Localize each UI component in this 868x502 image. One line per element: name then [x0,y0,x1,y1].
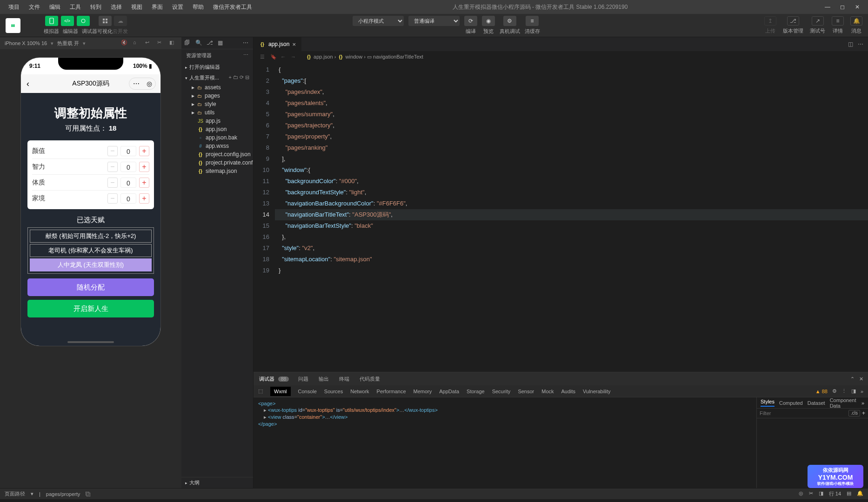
tab-debugger[interactable]: 调试器 [258,373,275,385]
cls-button[interactable]: .cls [848,410,860,416]
filter-input[interactable] [760,410,848,416]
menu-ui[interactable]: 界面 [147,1,167,13]
more-icon[interactable]: ⋯ [243,52,248,59]
outline-section[interactable]: 大纲 [181,477,253,488]
scissors-icon[interactable]: ✂ [809,490,813,497]
split-icon[interactable]: ◫ [848,41,853,47]
inspect-icon[interactable]: ⬚ [258,388,263,394]
cut-icon[interactable]: ✂ [157,40,165,47]
folder-assets[interactable]: ▸🗀assets [183,83,253,92]
dom-tree[interactable]: <page> ▸ <wux-toptips id="wux-toptips" i… [254,397,756,488]
tb-real[interactable]: ⚙真机调试 [500,16,520,35]
more-icon[interactable]: ⋯ [243,40,250,47]
close-icon[interactable]: × [292,41,296,48]
cursor-position[interactable]: 行 14 [829,490,841,497]
tb-detail[interactable]: ≡详情 [832,16,844,34]
prop-value[interactable]: 0 [120,162,136,172]
prop-value[interactable]: 0 [120,178,136,188]
files-icon[interactable]: 🗐 [184,40,192,47]
plus-button[interactable]: + [139,146,149,156]
mute-icon[interactable]: 🔇 [121,40,128,47]
tab-performance[interactable]: Performance [377,389,406,394]
plus-button[interactable]: + [139,178,149,188]
maximize-button[interactable]: ◻ [838,3,847,11]
minus-button[interactable]: − [107,146,118,156]
mode-select[interactable]: 小程序模式 [353,16,404,26]
folder-style[interactable]: ▸🗀style [183,100,253,108]
back-icon[interactable]: ↩ [145,40,153,47]
tab-console[interactable]: Console [298,389,317,394]
talent-item-0[interactable]: 献祭 (初始可用属性点-2，快乐+2) [30,230,152,243]
tb-simulator[interactable]: </> 模拟器编辑器调试器 [44,16,97,35]
file-app-js[interactable]: JSapp.js [183,117,253,125]
tb-test[interactable]: ↗测试号 [810,16,825,34]
ext-icon[interactable]: ▦ [218,40,225,47]
reload-toggle[interactable]: 热重载 开 [57,40,79,47]
menu-goto[interactable]: 转到 [86,1,106,13]
branch-icon[interactable]: ⎇ [207,40,214,47]
bell-icon[interactable]: 🔔 [857,490,863,497]
device-select[interactable]: iPhone X 100% 16 [5,40,47,46]
random-button[interactable]: 随机分配 [27,278,154,296]
layout-icon[interactable]: ▤ [847,490,851,497]
minimize-button[interactable]: — [823,3,832,11]
talent-item-1[interactable]: 老司机 (你和家人不会发生车祸) [30,244,152,257]
minus-button[interactable]: − [107,193,118,204]
tab-output[interactable]: 输出 [318,373,330,385]
tab-dataset[interactable]: Dataset [808,400,825,406]
start-button[interactable]: 开启新人生 [27,300,154,317]
kebab-icon[interactable]: ⋮ [841,388,847,394]
prop-value[interactable]: 0 [120,146,136,156]
file-project-config[interactable]: project.config.json [183,150,253,159]
tb-cloud[interactable]: ☁ 云开发 [113,16,128,35]
folder-pages[interactable]: ▸🗀pages [183,92,253,100]
tab-audits[interactable]: Audits [561,389,576,394]
tab-mock[interactable]: Mock [541,389,554,394]
close-icon[interactable]: ✕ [859,376,863,382]
file-sitemap[interactable]: sitemap.json [183,167,253,175]
page-path[interactable]: pages/property [46,491,80,497]
folder-utils[interactable]: ▸🗀utils [183,108,253,117]
copy-icon[interactable]: ⿻ [86,491,91,497]
compile-select[interactable]: 普通编译 [408,16,460,26]
talent-item-2[interactable]: 人中龙凤 (天生双重性别) [30,258,152,271]
tb-compile[interactable]: ⟳编译 [464,16,477,35]
menu-edit[interactable]: 编辑 [45,1,65,13]
tab-app-json[interactable]: app.json× [254,37,302,51]
popout-icon[interactable]: ◨ [819,490,823,497]
tab-terminal[interactable]: 终端 [338,373,350,385]
more-icon[interactable]: ⋯ [858,41,863,47]
plus-button[interactable]: + [139,162,149,172]
popout-icon[interactable]: ◧ [169,40,177,47]
dock-icon[interactable]: ◨ [851,388,856,394]
bookmark-icon[interactable]: 🔖 [270,54,278,60]
tb-upload[interactable]: ↥上传 [764,16,776,34]
file-app-json[interactable]: app.json [183,125,253,133]
target-icon[interactable]: ◎ [799,490,803,497]
capsule-button[interactable]: ⋯◎ [129,78,156,90]
menu-wx[interactable]: 微信开发者工具 [208,1,257,13]
file-app-json-bak[interactable]: ▫app.json.bak [183,133,253,142]
file-app-wxss[interactable]: #app.wxss [183,142,253,150]
tab-compdata[interactable]: Component Data [830,397,857,409]
tb-preview[interactable]: ◉预览 [482,16,495,35]
tb-visual[interactable]: 可视化 [97,16,113,35]
arrow-right-icon[interactable]: → [291,54,298,59]
code-body[interactable]: { "pages":[ "pages/index", "pages/talent… [275,62,868,372]
menu-select[interactable]: 选择 [106,1,127,13]
gear-icon[interactable]: ⚙ [832,388,837,394]
tb-clear[interactable]: ≡清缓存 [525,16,540,35]
tb-msg[interactable]: 🔔消息 [850,16,862,34]
home-icon[interactable]: ⌂ [133,40,140,47]
warning-badge[interactable]: ▲ 88 [815,389,828,394]
tab-problems[interactable]: 问题 [297,373,309,385]
file-project-private[interactable]: project.private.config.js... [183,159,253,167]
plus-icon[interactable]: + [862,410,865,416]
search-icon[interactable]: 🔍 [195,40,203,47]
menu-view[interactable]: 视图 [127,1,147,13]
tab-sensor[interactable]: Sensor [518,389,534,394]
tab-sources[interactable]: Sources [324,389,343,394]
tab-memory[interactable]: Memory [414,389,432,394]
tab-vulnerability[interactable]: Vulnerability [583,389,611,394]
tab-styles[interactable]: Styles [761,399,775,407]
